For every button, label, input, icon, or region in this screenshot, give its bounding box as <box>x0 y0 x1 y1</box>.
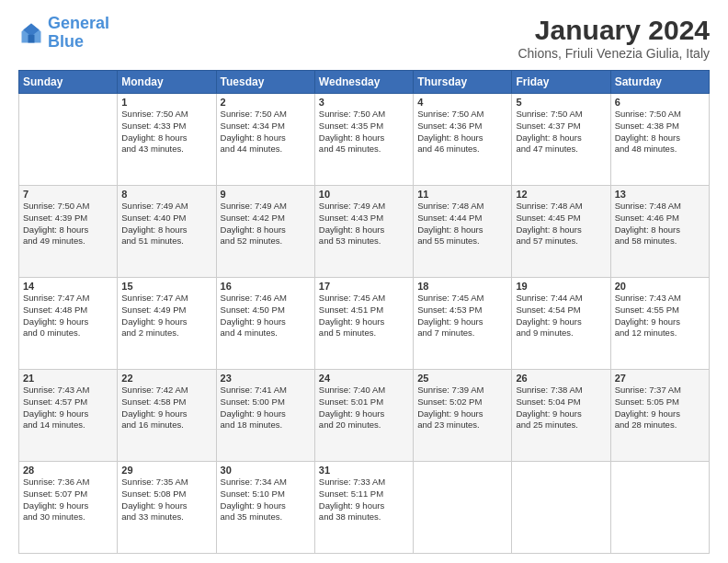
main-title: January 2024 <box>518 15 710 46</box>
day-number: 10 <box>319 189 409 200</box>
day-info: Sunrise: 7:47 AMSunset: 4:48 PMDaylight:… <box>23 293 113 339</box>
day-info: Sunrise: 7:37 AMSunset: 5:05 PMDaylight:… <box>615 385 705 431</box>
weekday-saturday: Saturday <box>610 71 709 94</box>
day-info: Sunrise: 7:44 AMSunset: 4:54 PMDaylight:… <box>516 293 606 339</box>
weekday-wednesday: Wednesday <box>314 71 413 94</box>
day-number: 16 <box>221 281 311 292</box>
calendar-cell: 8Sunrise: 7:49 AMSunset: 4:40 PMDaylight… <box>118 186 216 278</box>
day-number: 20 <box>615 281 705 292</box>
title-area: January 2024 Chions, Friuli Venezia Giul… <box>518 15 710 61</box>
weekday-header-row: SundayMondayTuesdayWednesdayThursdayFrid… <box>19 71 710 94</box>
calendar-cell: 25Sunrise: 7:39 AMSunset: 5:02 PMDayligh… <box>414 370 512 462</box>
day-number: 9 <box>221 189 311 200</box>
day-number: 12 <box>516 189 606 200</box>
day-info: Sunrise: 7:50 AMSunset: 4:39 PMDaylight:… <box>23 201 113 247</box>
day-info: Sunrise: 7:43 AMSunset: 4:57 PMDaylight:… <box>23 385 113 431</box>
calendar-cell: 7Sunrise: 7:50 AMSunset: 4:39 PMDaylight… <box>19 186 118 278</box>
header: General Blue January 2024 Chions, Friuli… <box>18 15 710 61</box>
day-number: 6 <box>615 97 705 108</box>
day-number: 24 <box>319 373 409 384</box>
calendar-row-0: 1Sunrise: 7:50 AMSunset: 4:33 PMDaylight… <box>19 94 710 186</box>
day-number: 5 <box>516 97 606 108</box>
day-number: 7 <box>23 189 113 200</box>
calendar-row-2: 14Sunrise: 7:47 AMSunset: 4:48 PMDayligh… <box>19 278 710 370</box>
calendar-cell: 20Sunrise: 7:43 AMSunset: 4:55 PMDayligh… <box>610 278 709 370</box>
calendar-cell: 18Sunrise: 7:45 AMSunset: 4:53 PMDayligh… <box>414 278 512 370</box>
calendar-cell: 4Sunrise: 7:50 AMSunset: 4:36 PMDaylight… <box>414 94 512 186</box>
calendar-cell: 15Sunrise: 7:47 AMSunset: 4:49 PMDayligh… <box>118 278 216 370</box>
calendar-cell <box>414 462 512 554</box>
svg-rect-2 <box>28 35 35 43</box>
calendar-cell: 17Sunrise: 7:45 AMSunset: 4:51 PMDayligh… <box>314 278 413 370</box>
calendar-cell: 2Sunrise: 7:50 AMSunset: 4:34 PMDaylight… <box>216 94 314 186</box>
calendar-cell: 23Sunrise: 7:41 AMSunset: 5:00 PMDayligh… <box>216 370 314 462</box>
calendar-cell: 28Sunrise: 7:36 AMSunset: 5:07 PMDayligh… <box>19 462 118 554</box>
day-info: Sunrise: 7:49 AMSunset: 4:40 PMDaylight:… <box>121 201 211 247</box>
calendar-cell: 24Sunrise: 7:40 AMSunset: 5:01 PMDayligh… <box>314 370 413 462</box>
day-number: 4 <box>417 97 507 108</box>
day-number: 26 <box>516 373 606 384</box>
calendar-cell: 29Sunrise: 7:35 AMSunset: 5:08 PMDayligh… <box>118 462 216 554</box>
day-info: Sunrise: 7:48 AMSunset: 4:46 PMDaylight:… <box>615 201 705 247</box>
day-number: 3 <box>319 97 409 108</box>
calendar-row-4: 28Sunrise: 7:36 AMSunset: 5:07 PMDayligh… <box>19 462 710 554</box>
calendar-cell: 27Sunrise: 7:37 AMSunset: 5:05 PMDayligh… <box>610 370 709 462</box>
day-number: 11 <box>417 189 507 200</box>
calendar-cell: 9Sunrise: 7:49 AMSunset: 4:42 PMDaylight… <box>216 186 314 278</box>
day-number: 23 <box>221 373 311 384</box>
day-number: 31 <box>319 465 409 476</box>
day-info: Sunrise: 7:49 AMSunset: 4:43 PMDaylight:… <box>319 201 409 247</box>
day-number: 21 <box>23 373 113 384</box>
calendar-cell: 22Sunrise: 7:42 AMSunset: 4:58 PMDayligh… <box>118 370 216 462</box>
day-info: Sunrise: 7:35 AMSunset: 5:08 PMDaylight:… <box>121 477 211 523</box>
day-info: Sunrise: 7:50 AMSunset: 4:34 PMDaylight:… <box>221 109 311 155</box>
day-number: 15 <box>121 281 211 292</box>
day-info: Sunrise: 7:33 AMSunset: 5:11 PMDaylight:… <box>319 477 409 523</box>
calendar-cell: 26Sunrise: 7:38 AMSunset: 5:04 PMDayligh… <box>512 370 610 462</box>
day-info: Sunrise: 7:36 AMSunset: 5:07 PMDaylight:… <box>23 477 113 523</box>
calendar-cell: 12Sunrise: 7:48 AMSunset: 4:45 PMDayligh… <box>512 186 610 278</box>
day-number: 14 <box>23 281 113 292</box>
weekday-monday: Monday <box>118 71 216 94</box>
calendar-cell <box>19 94 118 186</box>
day-info: Sunrise: 7:50 AMSunset: 4:33 PMDaylight:… <box>121 109 211 155</box>
weekday-friday: Friday <box>512 71 610 94</box>
calendar-cell: 1Sunrise: 7:50 AMSunset: 4:33 PMDaylight… <box>118 94 216 186</box>
day-info: Sunrise: 7:49 AMSunset: 4:42 PMDaylight:… <box>221 201 311 247</box>
calendar-cell <box>610 462 709 554</box>
logo-text: General Blue <box>48 15 109 52</box>
day-info: Sunrise: 7:46 AMSunset: 4:50 PMDaylight:… <box>221 293 311 339</box>
day-number: 2 <box>221 97 311 108</box>
day-number: 19 <box>516 281 606 292</box>
weekday-sunday: Sunday <box>19 71 118 94</box>
calendar-cell: 11Sunrise: 7:48 AMSunset: 4:44 PMDayligh… <box>414 186 512 278</box>
calendar-cell: 16Sunrise: 7:46 AMSunset: 4:50 PMDayligh… <box>216 278 314 370</box>
calendar-cell <box>512 462 610 554</box>
calendar-cell: 30Sunrise: 7:34 AMSunset: 5:10 PMDayligh… <box>216 462 314 554</box>
day-number: 22 <box>121 373 211 384</box>
day-info: Sunrise: 7:50 AMSunset: 4:35 PMDaylight:… <box>319 109 409 155</box>
logo-blue: Blue <box>48 32 84 51</box>
calendar-cell: 6Sunrise: 7:50 AMSunset: 4:38 PMDaylight… <box>610 94 709 186</box>
calendar-cell: 21Sunrise: 7:43 AMSunset: 4:57 PMDayligh… <box>19 370 118 462</box>
calendar-table: SundayMondayTuesdayWednesdayThursdayFrid… <box>18 70 710 554</box>
day-number: 29 <box>121 465 211 476</box>
day-info: Sunrise: 7:45 AMSunset: 4:53 PMDaylight:… <box>417 293 507 339</box>
day-info: Sunrise: 7:48 AMSunset: 4:44 PMDaylight:… <box>417 201 507 247</box>
day-number: 18 <box>417 281 507 292</box>
day-number: 8 <box>121 189 211 200</box>
calendar-cell: 5Sunrise: 7:50 AMSunset: 4:37 PMDaylight… <box>512 94 610 186</box>
day-info: Sunrise: 7:50 AMSunset: 4:36 PMDaylight:… <box>417 109 507 155</box>
day-number: 13 <box>615 189 705 200</box>
day-info: Sunrise: 7:50 AMSunset: 4:37 PMDaylight:… <box>516 109 606 155</box>
logo-icon <box>18 20 44 46</box>
page: General Blue January 2024 Chions, Friuli… <box>0 0 728 563</box>
logo: General Blue <box>18 15 109 52</box>
calendar-cell: 13Sunrise: 7:48 AMSunset: 4:46 PMDayligh… <box>610 186 709 278</box>
day-info: Sunrise: 7:41 AMSunset: 5:00 PMDaylight:… <box>221 385 311 431</box>
day-info: Sunrise: 7:39 AMSunset: 5:02 PMDaylight:… <box>417 385 507 431</box>
calendar-cell: 14Sunrise: 7:47 AMSunset: 4:48 PMDayligh… <box>19 278 118 370</box>
day-info: Sunrise: 7:38 AMSunset: 5:04 PMDaylight:… <box>516 385 606 431</box>
day-info: Sunrise: 7:45 AMSunset: 4:51 PMDaylight:… <box>319 293 409 339</box>
day-info: Sunrise: 7:34 AMSunset: 5:10 PMDaylight:… <box>221 477 311 523</box>
